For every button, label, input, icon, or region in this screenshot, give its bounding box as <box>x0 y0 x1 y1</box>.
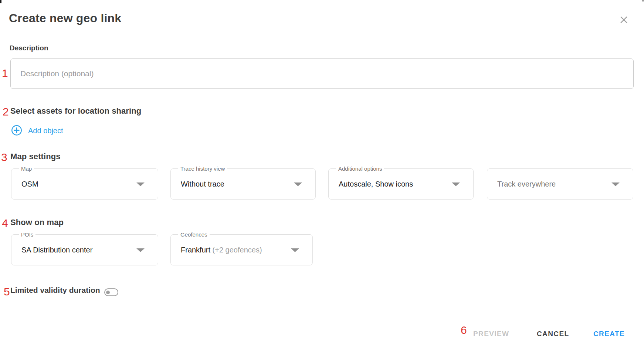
cancel-button[interactable]: CANCEL <box>537 330 569 338</box>
field-value: Without trace <box>181 180 224 188</box>
field-label: POIs <box>19 231 35 238</box>
preview-button[interactable]: PREVIEW <box>473 330 509 338</box>
field-value: Autoscale, Show icons <box>339 180 413 188</box>
annotation-marker-4: 4 <box>2 218 8 229</box>
geofences-select[interactable]: Geofences Frankfurt (+2 geofences) <box>170 234 313 265</box>
chevron-down-icon <box>294 182 302 186</box>
chevron-down-icon <box>136 182 145 186</box>
chevron-down-icon <box>136 248 145 252</box>
show-on-map-heading: Show on map <box>10 218 64 227</box>
page-title: Create new geo link <box>9 11 121 25</box>
field-value: SA Distribution center <box>21 246 92 254</box>
screenshot-artifact-top-right <box>642 0 644 1</box>
screenshot-artifact-top-left <box>0 0 1 3</box>
annotation-marker-6: 6 <box>461 325 467 336</box>
field-label: Additional options <box>336 165 384 172</box>
annotation-marker-3: 3 <box>1 152 7 163</box>
description-label: Description <box>10 44 48 52</box>
limited-validity-label: Limited validity duration <box>10 286 100 295</box>
map-select[interactable]: Map OSM <box>11 168 158 200</box>
field-value: Track everywhere <box>497 180 556 188</box>
track-mode-select[interactable]: Track everywhere <box>487 168 633 200</box>
additional-options-select[interactable]: Additional options Autoscale, Show icons <box>328 168 474 200</box>
create-button[interactable]: CREATE <box>593 330 625 338</box>
pois-select[interactable]: POIs SA Distribution center <box>11 234 158 265</box>
create-geo-link-dialog: Create new geo link Description 1 2 3 4 … <box>0 0 644 355</box>
add-circle-icon <box>11 125 22 137</box>
close-icon <box>619 15 629 26</box>
description-input[interactable] <box>10 58 634 89</box>
annotation-marker-1: 1 <box>2 68 8 79</box>
assets-section-heading: Select assets for location sharing <box>10 106 141 116</box>
add-object-button[interactable]: Add object <box>11 125 63 137</box>
trace-history-view-select[interactable]: Trace history view Without trace <box>170 168 316 200</box>
field-label: Trace history view <box>178 165 227 172</box>
field-label: Map <box>19 165 34 172</box>
chevron-down-icon <box>611 182 620 186</box>
add-object-label: Add object <box>28 127 63 135</box>
toggle-knob-icon <box>106 291 110 294</box>
close-button[interactable] <box>618 14 630 26</box>
chevron-down-icon <box>452 182 460 186</box>
annotation-marker-2: 2 <box>3 106 9 117</box>
annotation-marker-5: 5 <box>4 286 10 297</box>
field-label: Geofences <box>178 231 210 238</box>
limited-validity-toggle[interactable] <box>104 288 118 296</box>
chevron-down-icon <box>291 248 299 252</box>
map-settings-heading: Map settings <box>10 152 61 161</box>
field-value: OSM <box>21 180 38 188</box>
field-value: Frankfurt (+2 geofences) <box>181 246 262 254</box>
